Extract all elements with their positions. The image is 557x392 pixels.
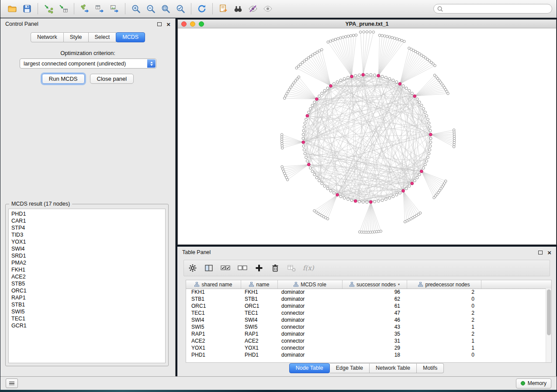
mcds-result-list: PHD1CAR1STP4TID3YOX1SWI4SRD1PMA2FKH1ACE2…: [8, 209, 166, 363]
zoom-selected-button[interactable]: [173, 2, 188, 16]
node-table-body: FKH1FKH1dominator962STB1STB1dominator620…: [186, 289, 546, 362]
close-panel-button[interactable]: Close panel: [90, 74, 134, 84]
delete-table-icon[interactable]: [287, 263, 296, 273]
table-row[interactable]: FKH1FKH1dominator962: [186, 289, 546, 296]
export-table-button[interactable]: [92, 2, 107, 16]
table-cell: dominator: [278, 303, 343, 309]
table-row[interactable]: YOX1YOX1connector291: [186, 344, 546, 351]
table-row[interactable]: PHD1PHD1dominator180: [186, 351, 546, 358]
refresh-icon: [197, 4, 207, 14]
tab-mcds[interactable]: MCDS: [116, 32, 145, 42]
search-field[interactable]: [433, 4, 552, 14]
import-network-button[interactable]: [41, 2, 56, 16]
sort-caret-icon: ▾: [398, 282, 400, 286]
column-header[interactable]: MCDS role: [278, 280, 343, 289]
table-row[interactable]: ORC1ORC1dominator610: [186, 303, 546, 309]
criterion-dropdown[interactable]: largest connected component (undirected): [20, 58, 156, 69]
zoom-out-icon: [146, 4, 156, 14]
network-graph[interactable]: [178, 28, 556, 244]
search-input[interactable]: [443, 5, 549, 12]
mcds-result-item[interactable]: CAR1: [9, 217, 165, 224]
mcds-result-item[interactable]: STB1: [9, 301, 165, 308]
table-row[interactable]: TEC1TEC1connector472: [186, 309, 546, 316]
column-header[interactable]: predecessor nodes: [407, 280, 481, 289]
mcds-result-item[interactable]: PHD1: [9, 210, 165, 217]
table-row[interactable]: SWI4SWI4dominator462: [186, 316, 546, 323]
tab-edge-table[interactable]: Edge Table: [330, 363, 370, 373]
tab-node-table[interactable]: Node Table: [289, 363, 330, 373]
memory-button[interactable]: Memory: [516, 378, 551, 389]
tab-motifs[interactable]: Motifs: [417, 363, 444, 373]
apply-layout-button[interactable]: [194, 2, 209, 16]
node-table-header: shared namenameMCDS rolesuccessor nodes▾…: [186, 280, 551, 289]
column-header[interactable]: shared name: [186, 280, 241, 289]
table-cell: YOX1: [241, 345, 278, 351]
table-cell: FKH1: [241, 289, 278, 295]
column-header[interactable]: successor nodes▾: [343, 280, 407, 289]
mcds-result-item[interactable]: RAP1: [9, 294, 165, 301]
table-cell: 2: [407, 289, 481, 295]
mcds-result-item[interactable]: STP4: [9, 224, 165, 231]
table-row[interactable]: RAP1RAP1dominator352: [186, 330, 546, 337]
delete-icon[interactable]: [270, 263, 280, 273]
column-header-label: predecessor nodes: [425, 282, 470, 288]
mcds-result-item[interactable]: SWI4: [9, 245, 165, 252]
save-button[interactable]: [20, 2, 35, 16]
network-canvas[interactable]: [178, 28, 556, 244]
run-mcds-button[interactable]: Run MCDS: [42, 74, 85, 84]
table-row[interactable]: ACE2ACE2connector311: [186, 337, 546, 344]
mcds-result-item[interactable]: STB5: [9, 280, 165, 287]
maximize-window-icon[interactable]: [199, 21, 204, 27]
float-panel-icon[interactable]: [538, 251, 543, 254]
import-table-button[interactable]: [56, 2, 71, 16]
zoom-out-button[interactable]: [143, 2, 158, 16]
scrollbar-thumb[interactable]: [547, 289, 551, 335]
close-panel-icon[interactable]: ×: [547, 249, 551, 256]
export-image-button[interactable]: [107, 2, 122, 16]
network-window-titlebar[interactable]: YPA_prune.txt_1: [178, 20, 556, 28]
table-cell: FKH1: [186, 289, 241, 295]
column-header[interactable]: name: [241, 280, 278, 289]
clipboard-network-button[interactable]: [216, 2, 231, 16]
table-row[interactable]: STB1STB1dominator620: [186, 296, 546, 303]
tab-network-table[interactable]: Network Table: [370, 363, 417, 373]
close-window-icon[interactable]: [181, 21, 187, 27]
tab-style[interactable]: Style: [64, 32, 89, 42]
mcds-result-item[interactable]: SWI5: [9, 308, 165, 315]
mcds-result-item[interactable]: SRD1: [9, 252, 165, 259]
mcds-result-item[interactable]: PMA2: [9, 259, 165, 266]
mcds-result-item[interactable]: FKH1: [9, 266, 165, 273]
mcds-result-item[interactable]: ORC1: [9, 287, 165, 294]
find-button[interactable]: [231, 2, 246, 16]
birdseye-view-button[interactable]: [260, 2, 275, 16]
table-cell: 43: [343, 324, 407, 330]
zoom-in-button[interactable]: [128, 2, 143, 16]
toggle-graphics-details-button[interactable]: [246, 2, 260, 16]
tab-network[interactable]: Network: [31, 32, 64, 42]
table-scrollbar[interactable]: [546, 289, 551, 362]
mcds-result-item[interactable]: YOX1: [9, 238, 165, 245]
deselect-all-icon[interactable]: [237, 263, 248, 273]
mcds-result-item[interactable]: TID3: [9, 231, 165, 238]
toolbar-separator: [212, 3, 213, 14]
search-icon: [437, 6, 443, 12]
column-header-label: name: [256, 282, 269, 288]
add-column-icon[interactable]: [254, 263, 264, 273]
minimize-window-icon[interactable]: [190, 21, 195, 27]
table-row[interactable]: SWI5SWI5connector431: [186, 323, 546, 330]
tab-select[interactable]: Select: [89, 32, 117, 42]
float-panel-icon[interactable]: [157, 22, 162, 26]
mcds-result-item[interactable]: TEC1: [9, 315, 165, 322]
function-builder-icon[interactable]: f(x): [303, 264, 314, 272]
mcds-result-item[interactable]: ACE2: [9, 273, 165, 280]
table-cell: dominator: [278, 317, 343, 323]
show-columns-icon[interactable]: [204, 263, 214, 273]
export-network-button[interactable]: [77, 2, 92, 16]
gear-icon[interactable]: [188, 263, 197, 273]
open-file-button[interactable]: [5, 2, 20, 16]
zoom-fit-button[interactable]: [158, 2, 173, 16]
task-history-button[interactable]: [6, 378, 18, 388]
select-all-icon[interactable]: [220, 263, 231, 273]
mcds-result-item[interactable]: GCR1: [9, 322, 165, 329]
close-panel-icon[interactable]: ×: [166, 21, 170, 28]
